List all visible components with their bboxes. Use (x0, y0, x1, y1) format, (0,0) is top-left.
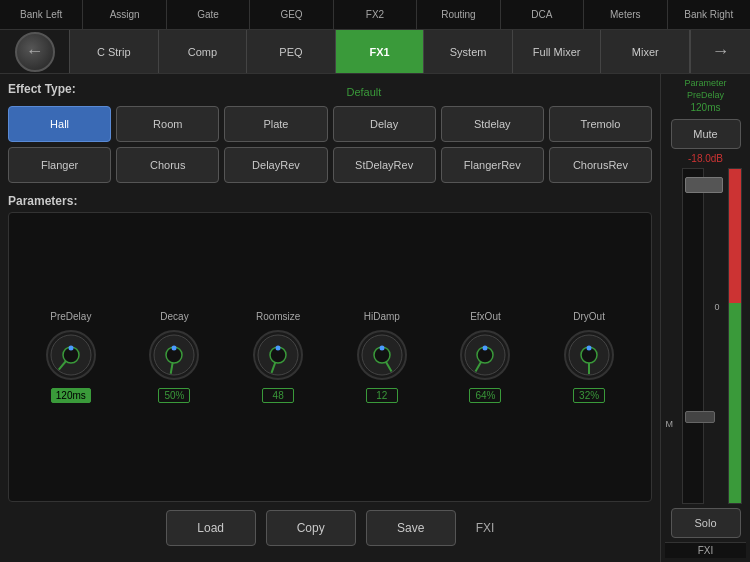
knob-efxout[interactable] (456, 326, 514, 384)
effect-btn-room[interactable]: Room (116, 106, 219, 142)
knob-group-efxout: EfxOut 64% (456, 311, 514, 403)
meter-green (729, 303, 741, 503)
effect-btn-flangerrev[interactable]: FlangerRev (441, 147, 544, 183)
knob-roomsize[interactable] (249, 326, 307, 384)
knob-value-efxout: 64% (469, 388, 501, 403)
tab-mixer[interactable]: Mixer (601, 30, 690, 73)
params-label: Parameters: (8, 194, 652, 208)
knob-dryout[interactable] (560, 326, 618, 384)
knob-label-decay: Decay (160, 311, 188, 322)
svg-point-3 (68, 346, 73, 351)
knob-group-dryout: DryOut 32% (560, 311, 618, 403)
fxi-bottom-label: FXI (476, 521, 495, 535)
fxi-label: FXI (665, 542, 746, 558)
bottom-bar: Load Copy Save FXI (8, 502, 652, 554)
params-area: PreDelay 120ms Decay (8, 212, 652, 502)
nav-gate[interactable]: Gate (167, 0, 250, 29)
effect-btn-delay[interactable]: Delay (333, 106, 436, 142)
knob-label-efxout: EfxOut (470, 311, 501, 322)
tab-fullmixer[interactable]: Full Mixer (513, 30, 602, 73)
load-button[interactable]: Load (166, 510, 256, 546)
svg-point-19 (483, 346, 488, 351)
effect-btn-delayrev[interactable]: DelayRev (224, 147, 327, 183)
knob-predelay[interactable] (42, 326, 100, 384)
tab-peq[interactable]: PEQ (247, 30, 336, 73)
save-button[interactable]: Save (366, 510, 456, 546)
svg-point-11 (276, 346, 281, 351)
tab-arrow-right[interactable]: → (690, 30, 750, 73)
fader-track (682, 168, 704, 504)
default-label: Default (76, 86, 652, 98)
tab-bar: ← C Strip Comp PEQ FX1 System Full Mixer… (0, 30, 750, 74)
effect-btn-chorusrev[interactable]: ChorusRev (549, 147, 652, 183)
tab-system[interactable]: System (424, 30, 513, 73)
knob-group-decay: Decay 50% (145, 311, 203, 403)
knob-hidamp[interactable] (353, 326, 411, 384)
knob-label-predelay: PreDelay (50, 311, 91, 322)
effect-btn-hall[interactable]: Hall (8, 106, 111, 142)
effect-btn-stdelay[interactable]: Stdelay (441, 106, 544, 142)
meter-strip (728, 168, 742, 504)
param-predelay-label: Parameter PreDelay 120ms (665, 78, 746, 115)
knob-group-predelay: PreDelay 120ms (42, 311, 100, 403)
fader-area: 0 M (666, 168, 746, 504)
nav-routing[interactable]: Routing (417, 0, 500, 29)
knob-group-hidamp: HiDamp 12 (353, 311, 411, 403)
right-panel: Parameter PreDelay 120ms Mute -18.0dB 0 (660, 74, 750, 562)
knob-value-predelay: 120ms (51, 388, 91, 403)
zero-label: 0 (714, 302, 719, 312)
nav-assign[interactable]: Assign (83, 0, 166, 29)
knob-value-dryout: 32% (573, 388, 605, 403)
effect-btn-flanger[interactable]: Flanger (8, 147, 111, 183)
main-content: Effect Type: Default Hall Room Plate Del… (0, 74, 750, 562)
knob-value-hidamp: 12 (366, 388, 398, 403)
logo: ← (0, 30, 70, 73)
knob-label-hidamp: HiDamp (364, 311, 400, 322)
svg-point-7 (172, 346, 177, 351)
left-panel: Effect Type: Default Hall Room Plate Del… (0, 74, 660, 562)
copy-button[interactable]: Copy (266, 510, 356, 546)
logo-icon: ← (15, 32, 55, 72)
svg-point-23 (587, 346, 592, 351)
knob-group-roomsize: Roomsize 48 (249, 311, 307, 403)
param-predelay-value: 120ms (690, 102, 720, 113)
nav-dca[interactable]: DCA (501, 0, 584, 29)
effect-btn-chorus[interactable]: Chorus (116, 147, 219, 183)
m-label: M (666, 419, 674, 429)
nav-fx2[interactable]: FX2 (334, 0, 417, 29)
effect-btn-stdelayrev[interactable]: StDelayRev (333, 147, 436, 183)
fader-handle-secondary[interactable] (685, 411, 715, 423)
knob-label-roomsize: Roomsize (256, 311, 300, 322)
effect-buttons-row2: Flanger Chorus DelayRev StDelayRev Flang… (8, 147, 652, 183)
db-label: -18.0dB (671, 153, 741, 164)
knob-label-dryout: DryOut (573, 311, 605, 322)
effect-type-label: Effect Type: (8, 82, 76, 96)
fader-handle-main[interactable] (685, 177, 723, 193)
svg-point-15 (379, 346, 384, 351)
meter-red (729, 169, 741, 303)
nav-meters[interactable]: Meters (584, 0, 667, 29)
knob-value-roomsize: 48 (262, 388, 294, 403)
knob-decay[interactable] (145, 326, 203, 384)
nav-geq[interactable]: GEQ (250, 0, 333, 29)
nav-bank-right[interactable]: Bank Right (668, 0, 750, 29)
tab-comp[interactable]: Comp (159, 30, 248, 73)
tab-cstrip[interactable]: C Strip (70, 30, 159, 73)
effect-btn-plate[interactable]: Plate (224, 106, 327, 142)
effect-btn-tremolo[interactable]: Tremolo (549, 106, 652, 142)
solo-button[interactable]: Solo (671, 508, 741, 538)
effect-buttons-row1: Hall Room Plate Delay Stdelay Tremolo (8, 106, 652, 142)
top-nav-bar: Bank Left Assign Gate GEQ FX2 Routing DC… (0, 0, 750, 30)
mute-button[interactable]: Mute (671, 119, 741, 149)
nav-bank-left[interactable]: Bank Left (0, 0, 83, 29)
tab-fx1[interactable]: FX1 (336, 30, 425, 73)
knob-value-decay: 50% (158, 388, 190, 403)
